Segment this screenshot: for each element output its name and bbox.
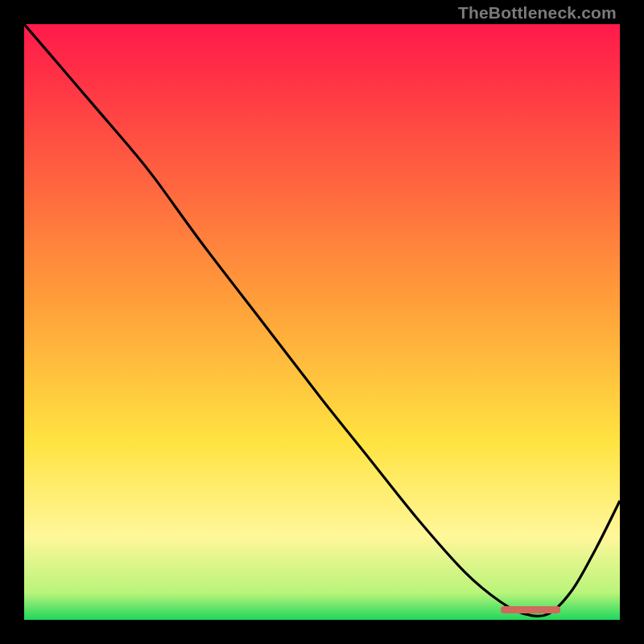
curve-path [24, 24, 620, 616]
plot-area [24, 24, 620, 620]
chart-frame: TheBottleneck.com [0, 0, 644, 644]
optimal-range-marker [501, 606, 560, 613]
watermark-text: TheBottleneck.com [458, 3, 617, 23]
bottleneck-curve [24, 24, 620, 620]
